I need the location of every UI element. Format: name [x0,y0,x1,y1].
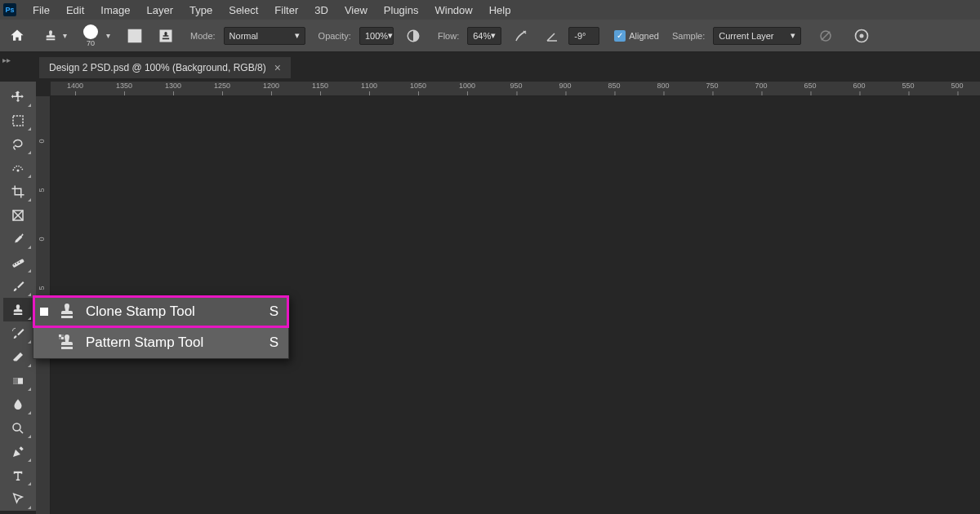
lasso-tool[interactable] [3,132,33,156]
healing-brush-tool[interactable] [3,250,33,274]
menu-edit[interactable]: Edit [58,2,92,19]
move-icon [11,90,25,104]
quick-selection-tool[interactable] [3,156,33,179]
blur-icon [11,397,25,412]
ruler-tick: 1050 [410,82,426,90]
flow-input[interactable]: 64% ▾ [467,27,501,45]
frame-tool[interactable] [3,203,33,227]
brush-preset-picker[interactable]: 70 [83,24,98,47]
ruler-tick: 1350 [116,82,132,90]
aligned-checkbox[interactable]: ✓ Aligned [614,30,659,42]
brush-size-label: 70 [87,39,95,47]
ruler-tick: 1200 [263,82,279,90]
clone-stamp-tool[interactable] [3,298,33,321]
angle-icon [545,29,559,43]
ruler-tick: 0 [38,139,46,143]
pattern-stamp-icon [56,333,78,352]
selected-marker-icon [40,308,48,316]
menu-3d[interactable]: 3D [306,2,336,19]
brush-tool[interactable] [3,274,33,298]
ruler-tick: 700 [755,82,767,90]
chevron-down-icon: ▾ [63,31,67,40]
gradient-icon [11,374,25,388]
healing-brush-icon [11,255,25,270]
menu-plugins[interactable]: Plugins [376,2,427,19]
flyout-item-label: Clone Stamp Tool [86,304,195,320]
marquee-tool[interactable] [3,109,33,132]
chevron-down-icon: ▾ [491,30,496,41]
stamp-icon [11,303,25,317]
photoshop-logo-icon: Ps [3,3,16,16]
dodge-tool[interactable] [3,416,33,440]
svg-point-14 [19,261,20,263]
quick-selection-icon [11,161,25,175]
svg-rect-11 [12,258,24,267]
menu-view[interactable]: View [336,2,376,19]
ruler-tick: 1100 [361,82,377,90]
svg-point-7 [17,169,20,171]
flyout-item-shortcut: S [270,304,278,320]
menu-image[interactable]: Image [92,2,138,19]
ruler-tick: 550 [902,82,914,90]
eraser-tool[interactable] [3,345,33,369]
svg-rect-16 [13,378,18,384]
marquee-icon [11,113,25,128]
menu-help[interactable]: Help [481,2,519,19]
brush-icon [11,279,25,294]
tool-preset-picker[interactable]: ▾ [44,29,67,43]
menu-filter[interactable]: Filter [266,2,306,19]
pressure-opacity-button[interactable] [402,24,425,47]
sample-value: Current Layer [719,31,773,41]
ignore-adjustment-button[interactable] [814,24,837,47]
opacity-input[interactable]: 100% ▾ [359,27,394,45]
brush-settings-icon [127,28,143,44]
pen-tool[interactable] [3,440,33,463]
type-tool[interactable] [3,463,33,487]
brush-preview-icon [83,24,98,39]
move-tool[interactable] [3,85,33,109]
flyout-clone-stamp-tool[interactable]: Clone Stamp Tool S [33,296,288,327]
opacity-value: 100% [365,31,388,41]
airbrush-button[interactable] [510,24,532,47]
mode-select[interactable]: Normal ▾ [224,27,305,45]
frame-icon [11,208,25,223]
angle-input[interactable]: -9° [568,27,599,45]
collapse-arrow-icon[interactable]: ▸▸ [2,55,11,64]
ruler-tick: 500 [951,82,963,90]
gradient-tool[interactable] [3,369,33,392]
path-selection-icon [11,492,25,507]
menu-bar: Ps File Edit Image Layer Type Select Fil… [0,0,980,20]
home-button[interactable] [7,25,28,47]
svg-line-18 [20,430,23,433]
flyout-pattern-stamp-tool[interactable]: Pattern Stamp Tool S [33,327,288,358]
flyout-item-label: Pattern Stamp Tool [86,335,203,351]
ruler-tick: 1000 [459,82,475,90]
ruler-tick: 1400 [67,82,83,90]
crop-tool[interactable] [3,179,33,203]
checkbox-checked-icon: ✓ [614,30,626,42]
path-selection-tool[interactable] [3,487,33,511]
document-tab[interactable]: Design 2 PSD.psd @ 100% (Background, RGB… [39,57,291,78]
svg-line-3 [822,31,831,40]
home-icon [9,28,25,44]
menu-file[interactable]: File [24,2,58,19]
history-brush-icon [11,326,25,341]
ignore-adjustment-icon [818,29,833,43]
ruler-tick: 5 [38,188,46,192]
menu-select[interactable]: Select [220,2,266,19]
ruler-tick: 0 [38,237,46,241]
angle-icon-button[interactable] [541,24,564,47]
chevron-down-icon[interactable]: ▾ [106,31,110,40]
menu-window[interactable]: Window [426,2,480,19]
eyedropper-tool[interactable] [3,227,33,250]
blur-tool[interactable] [3,392,33,416]
close-tab-button[interactable]: × [274,61,281,74]
history-brush-tool[interactable] [3,321,33,345]
mode-value: Normal [229,31,258,41]
sample-select[interactable]: Current Layer ▾ [713,27,801,45]
brush-settings-button[interactable] [123,24,146,47]
menu-type[interactable]: Type [181,2,220,19]
pressure-size-button[interactable] [850,24,873,47]
menu-layer[interactable]: Layer [139,2,182,19]
clone-source-button[interactable] [154,24,177,47]
